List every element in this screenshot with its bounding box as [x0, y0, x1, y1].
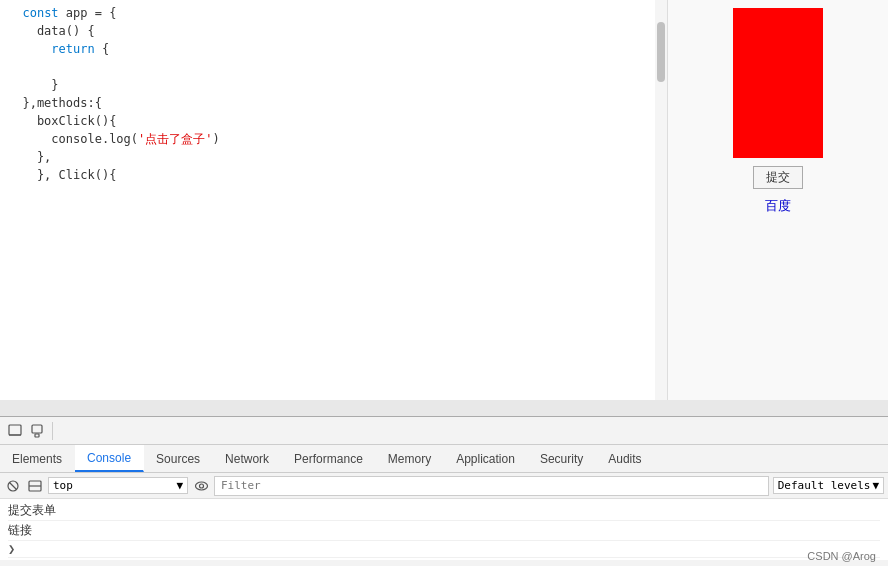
default-levels-selector[interactable]: Default levels ▼	[773, 477, 884, 494]
dropdown-arrow-icon: ▼	[176, 479, 183, 492]
code-line: },methods:{	[0, 94, 667, 112]
inspect-element-icon[interactable]	[4, 420, 26, 442]
eye-icon[interactable]	[192, 477, 210, 495]
code-editor: </span> const app = { data() { return { …	[0, 0, 668, 400]
code-line: return {	[0, 40, 667, 58]
svg-rect-2	[32, 425, 42, 433]
main-content: </span> const app = { data() { return { …	[0, 0, 888, 400]
toolbar-separator	[52, 422, 53, 440]
scrollbar-thumb	[657, 22, 665, 82]
submit-button[interactable]: 提交	[753, 166, 803, 189]
svg-line-5	[10, 482, 17, 489]
code-line: const app = {	[0, 4, 667, 22]
console-toggle-icon[interactable]	[26, 477, 44, 495]
tab-performance[interactable]: Performance	[282, 445, 376, 472]
context-label: top	[53, 479, 73, 492]
tab-audits[interactable]: Audits	[596, 445, 654, 472]
bottom-info-text: CSDN @Arog	[807, 550, 876, 562]
console-clear-icon[interactable]	[4, 477, 22, 495]
console-line-1: 提交表单	[8, 501, 880, 521]
code-line: boxClick(){	[0, 112, 667, 130]
console-output: 提交表单 链接 ❯	[0, 499, 888, 560]
code-line: console.log('点击了盒子')	[0, 130, 667, 148]
devtools-panel: Elements Console Sources Network Perform…	[0, 416, 888, 566]
console-line-2: 链接	[8, 521, 880, 541]
code-scrollbar[interactable]	[655, 0, 667, 400]
tab-application[interactable]: Application	[444, 445, 528, 472]
preview-area: 提交 百度	[668, 0, 888, 400]
bottom-info: CSDN @Arog	[807, 550, 876, 562]
red-box	[733, 8, 823, 158]
console-prompt-symbol: ❯	[8, 542, 15, 556]
default-levels-arrow: ▼	[872, 479, 879, 492]
console-prompt-line[interactable]: ❯	[8, 541, 880, 558]
tab-elements[interactable]: Elements	[0, 445, 75, 472]
devtools-toolbar	[0, 417, 888, 445]
tab-console[interactable]: Console	[75, 445, 144, 472]
console-text-1: 提交表单	[8, 502, 56, 519]
svg-rect-3	[35, 434, 39, 437]
devtools-tabs: Elements Console Sources Network Perform…	[0, 445, 888, 473]
device-toolbar-icon[interactable]	[26, 420, 48, 442]
filter-input[interactable]	[214, 476, 769, 496]
tab-security[interactable]: Security	[528, 445, 596, 472]
svg-point-9	[199, 484, 203, 488]
console-bar: top ▼ Default levels ▼	[0, 473, 888, 499]
svg-rect-0	[9, 425, 21, 435]
code-line: }, Click(){	[0, 166, 667, 184]
tab-memory[interactable]: Memory	[376, 445, 444, 472]
tab-network[interactable]: Network	[213, 445, 282, 472]
code-container: </span> const app = { data() { return { …	[0, 0, 667, 400]
baidu-link[interactable]: 百度	[765, 197, 791, 215]
code-line: },	[0, 148, 667, 166]
context-selector[interactable]: top ▼	[48, 477, 188, 494]
svg-point-8	[195, 482, 207, 490]
default-levels-label: Default levels	[778, 479, 871, 492]
code-line: data() {	[0, 22, 667, 40]
code-line	[0, 58, 667, 76]
console-text-2: 链接	[8, 522, 32, 539]
tab-sources[interactable]: Sources	[144, 445, 213, 472]
code-line: }	[0, 76, 667, 94]
